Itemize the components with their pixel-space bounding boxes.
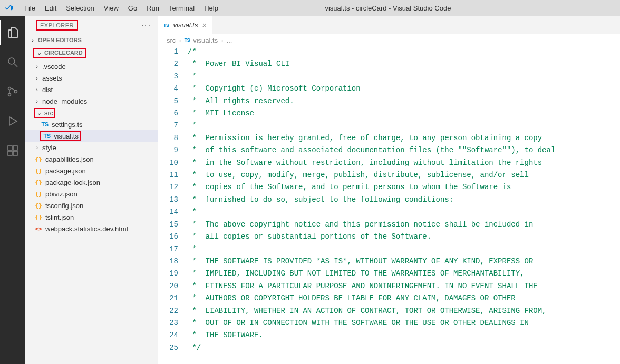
chevron-right-icon: › (34, 63, 40, 70)
svg-point-1 (8, 87, 11, 90)
breadcrumb-src[interactable]: src (167, 36, 176, 44)
menu-run[interactable]: Run (142, 2, 163, 14)
chevron-right-icon: › (34, 75, 40, 81)
file-tsconfig-json[interactable]: {}tsconfig.json (25, 200, 158, 211)
tree-item-label: webpack.statistics.dev.html (45, 225, 128, 233)
svg-rect-7 (13, 151, 17, 155)
json-file-icon: {} (34, 179, 43, 186)
tab-visual-ts[interactable]: TS visual.ts × (158, 16, 212, 34)
file-tree: ›.vscode›assets›dist›node_modules⌄srcTSs… (25, 61, 158, 239)
ts-file-icon: TS (42, 133, 52, 139)
folder-style[interactable]: ›style (25, 142, 158, 153)
svg-rect-6 (8, 151, 12, 155)
tree-item-label: pbiviz.json (45, 190, 78, 198)
file-package-json[interactable]: {}package.json (25, 165, 158, 176)
menu-file[interactable]: File (20, 2, 40, 14)
folder-dist[interactable]: ›dist (25, 84, 158, 95)
file-pbiviz-json[interactable]: {}pbiviz.json (25, 188, 158, 200)
file-capabilities-json[interactable]: {}capabilities.json (25, 153, 158, 165)
activity-run-debug-icon[interactable] (0, 109, 25, 134)
activity-bar (0, 16, 25, 364)
menu-go[interactable]: Go (124, 2, 141, 14)
menu-selection[interactable]: Selection (62, 2, 98, 14)
menu-edit[interactable]: Edit (41, 2, 61, 14)
menubar: File Edit Selection View Go Run Terminal… (0, 0, 620, 16)
sidebar-title: EXPLORER (36, 20, 78, 31)
tab-label: visual.ts (173, 21, 198, 29)
json-file-icon: {} (34, 202, 43, 209)
folder--vscode[interactable]: ›.vscode (25, 61, 158, 72)
svg-point-2 (8, 94, 11, 96)
chevron-right-icon: › (179, 36, 181, 44)
chevron-right-icon: › (34, 86, 40, 93)
tree-item-label: src (44, 109, 53, 117)
folder-assets[interactable]: ›assets (25, 72, 158, 84)
code-content[interactable]: /* * Power BI Visual CLI * * Copyright (… (188, 46, 620, 364)
chevron-down-icon: ⌄ (36, 50, 42, 56)
activity-extensions-icon[interactable] (0, 138, 25, 163)
breadcrumbs[interactable]: src › TS visual.ts › ... (158, 34, 620, 46)
json-file-icon: {} (34, 214, 43, 221)
open-editors-label: OPEN EDITORS (38, 37, 82, 43)
tree-item-label: node_modules (42, 97, 87, 105)
folder-src[interactable]: ⌄src (25, 107, 158, 119)
tree-item-label: tslint.json (45, 213, 74, 221)
tab-close-icon[interactable]: × (202, 21, 206, 29)
file-webpack-statistics-dev-html[interactable]: <>webpack.statistics.dev.html (25, 223, 158, 234)
vscode-logo-icon (4, 3, 14, 13)
json-file-icon: {} (34, 168, 43, 174)
chevron-right-icon: › (221, 36, 223, 44)
sidebar: EXPLORER ··· › OPEN EDITORS ⌄ CIRCLECARD… (25, 16, 158, 364)
line-numbers: 1 2 3 4 5 6 7 8 9 10 11 12 13 14 15 16 1… (158, 46, 188, 364)
svg-rect-4 (8, 146, 12, 150)
tree-item-label: capabilities.json (45, 155, 94, 163)
activity-explorer-icon[interactable] (0, 20, 25, 45)
tree-item-label: assets (42, 74, 62, 82)
tree-item-label: settings.ts (52, 121, 83, 129)
chevron-right-icon: › (30, 37, 36, 43)
folder-node_modules[interactable]: ›node_modules (25, 95, 158, 107)
open-editors-section[interactable]: › OPEN EDITORS (25, 34, 158, 46)
project-label: CIRCLECARD (44, 50, 83, 56)
activity-search-icon[interactable] (0, 50, 25, 75)
chevron-down-icon: ⌄ (36, 110, 42, 116)
ts-file-icon: TS (40, 121, 50, 127)
breadcrumb-file[interactable]: visual.ts (193, 36, 218, 44)
editor-area: TS visual.ts × src › TS visual.ts › ... … (158, 16, 620, 364)
menu-help[interactable]: Help (200, 2, 222, 14)
svg-point-3 (15, 91, 17, 93)
tab-bar: TS visual.ts × (158, 16, 620, 34)
chevron-right-icon: › (34, 144, 40, 151)
chevron-right-icon: › (34, 98, 40, 104)
tree-item-label: tsconfig.json (45, 202, 83, 210)
file-package-lock-json[interactable]: {}package-lock.json (25, 176, 158, 188)
file-tslint-json[interactable]: {}tslint.json (25, 211, 158, 223)
tree-item-label: package-lock.json (45, 179, 100, 186)
tree-item-label: .vscode (42, 63, 66, 71)
project-section[interactable]: ⌄ CIRCLECARD (28, 47, 154, 58)
tree-item-label: package.json (45, 167, 86, 175)
file-settings-ts[interactable]: TSsettings.ts (25, 119, 158, 130)
activity-source-control-icon[interactable] (0, 79, 25, 104)
window-title: visual.ts - circleCard - Visual Studio C… (224, 4, 616, 12)
json-file-icon: {} (34, 156, 43, 163)
sidebar-header: EXPLORER ··· (25, 16, 158, 34)
code-editor[interactable]: 1 2 3 4 5 6 7 8 9 10 11 12 13 14 15 16 1… (158, 46, 620, 364)
sidebar-more-icon[interactable]: ··· (141, 21, 151, 30)
json-file-icon: {} (34, 191, 43, 198)
menu-terminal[interactable]: Terminal (164, 2, 199, 14)
svg-rect-5 (13, 146, 17, 150)
ts-file-icon: TS (185, 37, 190, 43)
tree-item-label: visual.ts (54, 132, 79, 140)
tree-item-label: style (42, 144, 56, 152)
menu-view[interactable]: View (100, 2, 123, 14)
svg-point-0 (8, 58, 15, 64)
tree-item-label: dist (42, 86, 53, 94)
file-visual-ts[interactable]: TSvisual.ts (25, 130, 158, 142)
html-file-icon: <> (34, 225, 43, 232)
breadcrumb-more[interactable]: ... (227, 36, 232, 44)
ts-file-icon: TS (163, 23, 169, 28)
